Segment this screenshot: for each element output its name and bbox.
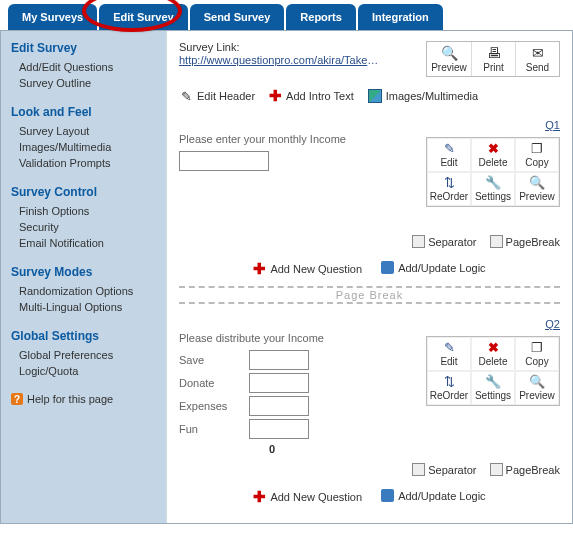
q2-row-fun-label: Fun — [179, 423, 249, 435]
q2-settings-button[interactable]: 🔧Settings — [471, 371, 515, 405]
help-label: Help for this page — [27, 393, 113, 405]
sidebar-item-add-edit-questions[interactable]: Add/Edit Questions — [19, 59, 158, 75]
q2-actions: ✎Edit ✖Delete ❐Copy ⇅ReOrder 🔧Settings 🔍… — [426, 336, 560, 406]
wrench-icon: 🔧 — [472, 375, 514, 389]
envelope-icon: ✉ — [516, 45, 559, 61]
help-icon: ? — [11, 393, 23, 405]
magnifier-icon: 🔍 — [516, 176, 558, 190]
tab-reports[interactable]: Reports — [286, 4, 356, 30]
top-action-buttons: 🔍Preview 🖶Print ✉Send — [426, 41, 560, 77]
q2-row-donate-input[interactable] — [249, 373, 309, 393]
q1-reorder-button[interactable]: ⇅ReOrder — [427, 172, 471, 206]
sidebar-item-randomization-options[interactable]: Randomization Options — [19, 283, 158, 299]
q2-row-save-label: Save — [179, 354, 249, 366]
q1-pagebreak-button[interactable]: PageBreak — [490, 235, 560, 248]
sidebar-heading-edit-survey: Edit Survey — [11, 41, 158, 55]
add-update-logic-button[interactable]: Add/Update Logic — [381, 261, 485, 274]
sidebar-item-survey-outline[interactable]: Survey Outline — [19, 75, 158, 91]
q1-edit-button[interactable]: ✎Edit — [427, 138, 471, 172]
image-icon — [368, 89, 382, 103]
tab-send-survey[interactable]: Send Survey — [190, 4, 285, 30]
sidebar: Edit Survey Add/Edit Questions Survey Ou… — [1, 31, 166, 523]
pagebreak-icon — [490, 235, 503, 248]
q1-number-link[interactable]: Q1 — [545, 119, 560, 131]
x-icon: ✖ — [472, 142, 514, 156]
tab-integration[interactable]: Integration — [358, 4, 443, 30]
sidebar-heading-look-and-feel: Look and Feel — [11, 105, 158, 119]
sidebar-heading-survey-modes: Survey Modes — [11, 265, 158, 279]
q2-copy-button[interactable]: ❐Copy — [515, 337, 559, 371]
q1-preview-button[interactable]: 🔍Preview — [515, 172, 559, 206]
copy-icon: ❐ — [516, 142, 558, 156]
survey-link-label: Survey Link: — [179, 41, 418, 53]
add-update-logic-button-2[interactable]: Add/Update Logic — [381, 489, 485, 502]
logic-icon — [381, 489, 394, 502]
plus-icon: ✚ — [253, 488, 266, 506]
sidebar-item-global-preferences[interactable]: Global Preferences — [19, 347, 158, 363]
q2-edit-button[interactable]: ✎Edit — [427, 337, 471, 371]
send-button[interactable]: ✉Send — [515, 42, 559, 76]
q2-row-save-input[interactable] — [249, 350, 309, 370]
x-icon: ✖ — [472, 341, 514, 355]
survey-link-url[interactable]: http://www.questionpro.com/akira/TakeSur… — [179, 54, 379, 66]
q2-row-expenses-input[interactable] — [249, 396, 309, 416]
q1-delete-button[interactable]: ✖Delete — [471, 138, 515, 172]
plus-icon: ✚ — [269, 87, 282, 105]
q2-pagebreak-button[interactable]: PageBreak — [490, 463, 560, 476]
sidebar-item-finish-options[interactable]: Finish Options — [19, 203, 158, 219]
plus-icon: ✚ — [253, 260, 266, 278]
reorder-icon: ⇅ — [428, 176, 470, 190]
sidebar-item-images-multimedia[interactable]: Images/Multimedia — [19, 139, 158, 155]
main-tabs: My Surveys Edit Survey Send Survey Repor… — [0, 0, 573, 30]
sidebar-heading-survey-control: Survey Control — [11, 185, 158, 199]
q2-row-expenses-label: Expenses — [179, 400, 249, 412]
sidebar-item-multilingual-options[interactable]: Multi-Lingual Options — [19, 299, 158, 315]
pencil-icon: ✎ — [428, 341, 470, 355]
question-block-q2: Q2 Please distribute your Income Save Do… — [179, 318, 560, 478]
tab-my-surveys[interactable]: My Surveys — [8, 4, 97, 30]
question-block-q1: Q1 Please enter your monthly Income ✎Edi… — [179, 119, 560, 250]
q2-number-link[interactable]: Q2 — [545, 318, 560, 330]
page-break-divider: Page Break — [179, 286, 560, 304]
reorder-icon: ⇅ — [428, 375, 470, 389]
logic-icon — [381, 261, 394, 274]
print-button[interactable]: 🖶Print — [471, 42, 515, 76]
separator-icon — [412, 235, 425, 248]
images-multimedia-button[interactable]: Images/Multimedia — [368, 89, 478, 103]
wrench-icon: 🔧 — [472, 176, 514, 190]
q2-delete-button[interactable]: ✖Delete — [471, 337, 515, 371]
tab-edit-survey[interactable]: Edit Survey — [99, 4, 188, 30]
pencil-icon: ✎ — [428, 142, 470, 156]
magnifier-icon: 🔍 — [516, 375, 558, 389]
help-link[interactable]: ? Help for this page — [11, 393, 158, 405]
sidebar-item-survey-layout[interactable]: Survey Layout — [19, 123, 158, 139]
q1-separator-button[interactable]: Separator — [412, 235, 476, 248]
q2-row-fun-input[interactable] — [249, 419, 309, 439]
add-new-question-button-2[interactable]: ✚Add New Question — [253, 488, 362, 506]
q1-settings-button[interactable]: 🔧Settings — [471, 172, 515, 206]
content-area: Survey Link: http://www.questionpro.com/… — [166, 31, 572, 523]
sidebar-heading-global-settings: Global Settings — [11, 329, 158, 343]
sidebar-item-email-notification[interactable]: Email Notification — [19, 235, 158, 251]
add-intro-text-button[interactable]: ✚ Add Intro Text — [269, 87, 354, 105]
separator-icon — [412, 463, 425, 476]
sidebar-item-security[interactable]: Security — [19, 219, 158, 235]
q2-reorder-button[interactable]: ⇅ReOrder — [427, 371, 471, 405]
q2-row-donate-label: Donate — [179, 377, 249, 389]
sidebar-item-logic-quota[interactable]: Logic/Quota — [19, 363, 158, 379]
add-new-question-button[interactable]: ✚Add New Question — [253, 260, 362, 278]
pencil-icon: ✎ — [179, 89, 193, 103]
q2-separator-button[interactable]: Separator — [412, 463, 476, 476]
magnifier-icon: 🔍 — [427, 45, 471, 61]
edit-header-button[interactable]: ✎ Edit Header — [179, 89, 255, 103]
sidebar-item-validation-prompts[interactable]: Validation Prompts — [19, 155, 158, 171]
preview-button[interactable]: 🔍Preview — [427, 42, 471, 76]
q1-actions: ✎Edit ✖Delete ❐Copy ⇅ReOrder 🔧Settings 🔍… — [426, 137, 560, 207]
pagebreak-icon — [490, 463, 503, 476]
printer-icon: 🖶 — [472, 45, 515, 61]
q2-total: 0 — [269, 443, 560, 455]
q2-preview-button[interactable]: 🔍Preview — [515, 371, 559, 405]
q1-input[interactable] — [179, 151, 269, 171]
copy-icon: ❐ — [516, 341, 558, 355]
q1-copy-button[interactable]: ❐Copy — [515, 138, 559, 172]
